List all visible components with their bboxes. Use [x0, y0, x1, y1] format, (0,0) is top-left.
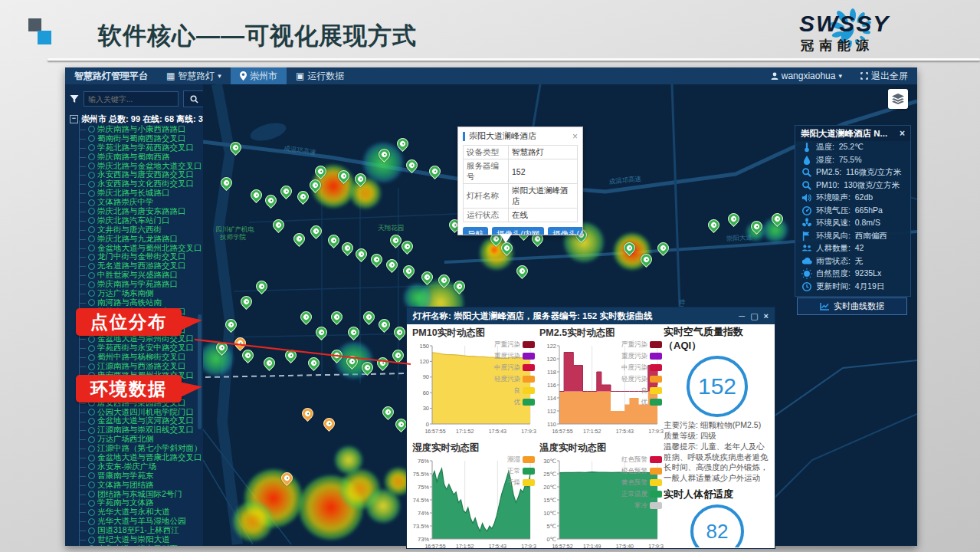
pm10-chart: PM10实时动态图严重污染重度污染中度污染轻度污染良优0306090120150… [409, 325, 536, 436]
streetlamp-icon [88, 463, 95, 470]
location-pin-icon [240, 71, 247, 80]
streetlamp-icon [88, 472, 95, 479]
streetlamp-icon [88, 363, 95, 370]
close-icon[interactable]: × [764, 311, 769, 321]
streetlamp-icon [88, 345, 95, 352]
svg-text:75%: 75% [418, 484, 429, 491]
chart-legend: 严重污染重度污染中度污染轻度污染良优 [494, 339, 535, 408]
streetlamp-icon [88, 427, 95, 434]
grid-icon: ▦ [166, 71, 175, 81]
slide-title: 软件核心——可视化展现方式 [98, 20, 417, 52]
svg-text:17:9:34: 17:9:34 [648, 544, 664, 549]
exit-fullscreen-button[interactable]: 退出全屏 [851, 67, 917, 84]
svg-text:75.5%: 75.5% [413, 471, 430, 478]
monitor-icon: ▣ [296, 71, 304, 81]
chevron-down-icon: ▾ [838, 72, 842, 80]
nav-user-menu[interactable]: wangxiaohua▾ [762, 67, 851, 84]
callout-point-distribution: 点位分布 [76, 308, 182, 336]
svg-text:20℃: 20℃ [543, 484, 556, 491]
heat-spot [335, 446, 362, 474]
env-row: 环境风速: 0.8m/S [795, 217, 910, 230]
env-row: 温度: 25.2℃ [795, 141, 910, 154]
svg-text:73%: 73% [418, 536, 429, 543]
humidity-chart: 湿度实时动态图潮湿正常干燥73%73.5%74%74.5%75%75.5%76%… [409, 440, 536, 551]
svg-text:5℃: 5℃ [546, 523, 556, 530]
chart-legend: 严重污染重度污染中度污染轻度污染良优 [621, 339, 662, 408]
deco-square-dark [28, 18, 41, 31]
search-button[interactable] [183, 90, 203, 107]
popout-icon[interactable]: ▢ [750, 311, 758, 321]
gauge-icon [801, 205, 812, 216]
collapse-icon[interactable]: − [70, 115, 78, 123]
magnifier-icon [801, 167, 812, 178]
nav-menu-lamp[interactable]: ▦ 智慧路灯▾ [157, 67, 231, 84]
aqi-value-circle: 152 [687, 356, 748, 417]
aqi-tips: 主要污染: 细颗粒物(PM2.5)质量等级: 四级温馨提示: 儿童、老年人及心脏… [664, 420, 771, 488]
svg-text:17:1:52: 17:1:52 [583, 429, 601, 434]
people-icon [801, 243, 812, 254]
streetlamp-icon [88, 509, 95, 516]
heat-spot [233, 501, 273, 541]
popup-title: 崇阳大道澜峰酒店 [469, 130, 536, 142]
env-row: PM10: 130微克/立方米 [795, 179, 910, 192]
streetlamp-icon [88, 481, 95, 488]
svg-text:17:1:52: 17:1:52 [456, 429, 474, 434]
minimize-icon[interactable]: ─ [739, 311, 745, 321]
svg-text:17:9:37: 17:9:37 [521, 544, 536, 549]
navigate-button[interactable]: 导航 [463, 227, 488, 235]
svg-text:120: 120 [419, 358, 429, 365]
streetlamp-icon [88, 354, 95, 361]
nav-menu-city[interactable]: 崇州市 [231, 67, 287, 84]
close-icon[interactable]: × [572, 131, 578, 142]
nav-menu-data[interactable]: ▣ 运行数据 [287, 67, 353, 84]
svg-text:17:5:43: 17:5:43 [489, 429, 506, 434]
cloud-icon [801, 256, 812, 267]
streetlamp-icon [88, 445, 95, 452]
sidebar-scrollbar[interactable] [198, 314, 202, 429]
streetlamp-icon [88, 199, 95, 206]
svg-text:17:5:43: 17:5:43 [489, 544, 506, 549]
droplet-icon [801, 155, 812, 166]
svg-text:60: 60 [423, 389, 429, 396]
streetlamp-icon [88, 500, 95, 507]
svg-text:17:1:52: 17:1:52 [456, 544, 474, 549]
streetlamp-icon [88, 181, 95, 188]
svg-text:73.5%: 73.5% [413, 523, 430, 530]
env-row: 更新时间: 4月19日 [795, 281, 910, 294]
streetlamp-icon [88, 545, 95, 546]
map-label: 四川矿产机电 [215, 225, 255, 233]
svg-text:15℃: 15℃ [543, 497, 556, 504]
streetlamp-icon [88, 235, 95, 242]
map-label: 成温邛高速 [608, 175, 641, 186]
svg-text:76%: 76% [418, 458, 429, 465]
map-label: 技师学院 [219, 233, 247, 241]
tree-item[interactable]: 光华大道二绕出口对面 [76, 544, 202, 546]
search-input[interactable] [84, 91, 179, 107]
svg-text:0℃: 0℃ [546, 536, 556, 543]
svg-text:17:5:40: 17:5:40 [616, 544, 634, 549]
streetlamp-icon [88, 518, 95, 525]
device-info-row: 灯杆名称崇阳大道澜峰酒店 [464, 184, 578, 209]
camera-external-button[interactable]: 摄像头(外网 [548, 227, 583, 235]
realtime-curve-button[interactable]: 实时曲线数据 [797, 297, 907, 315]
popup-buttons: 导航摄像头(内网摄像头(外网 [458, 224, 582, 235]
map-layers-button[interactable] [888, 89, 908, 109]
navbar-brand[interactable]: 智慧路灯管理平台 [65, 67, 157, 84]
tree-root[interactable]: − 崇州市 总数: 99 在线: 68 离线: 31 [70, 113, 203, 125]
streetlamp-icon [88, 144, 95, 151]
svg-text:30: 30 [423, 405, 429, 412]
streetlamp-icon [88, 135, 95, 142]
device-info-row: 设备类型智慧路灯 [464, 146, 578, 159]
env-row: 环境气压: 665hPa [795, 205, 910, 218]
svg-text:0: 0 [426, 421, 429, 428]
light-icon [801, 268, 812, 279]
env-row: PM2.5: 116微克/立方米 [795, 166, 910, 179]
svg-text:10℃: 10℃ [543, 510, 556, 517]
device-popup: 崇阳大道澜峰酒店 × 设备类型智慧路灯服务器编号152灯杆名称崇阳大道澜峰酒店运… [457, 127, 583, 235]
svg-text:16:57:52: 16:57:52 [552, 544, 572, 549]
svg-text:25℃: 25℃ [543, 471, 556, 478]
streetlamp-icon [88, 172, 95, 179]
svg-text:90: 90 [423, 373, 429, 380]
close-icon[interactable]: × [900, 128, 905, 139]
streetlamp-icon [88, 436, 95, 443]
